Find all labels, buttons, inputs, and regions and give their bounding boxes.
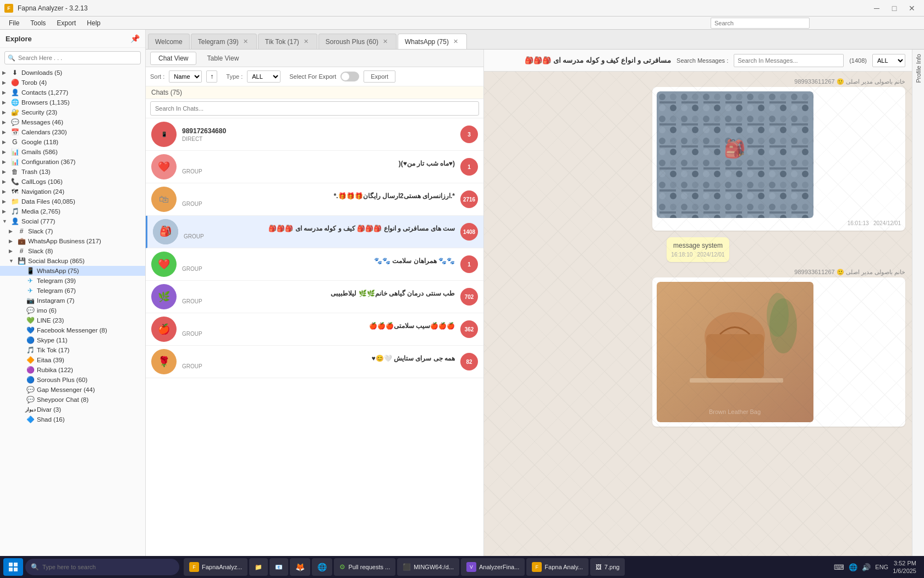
- sidebar-pin-icon[interactable]: 📌: [130, 34, 140, 43]
- sidebar-item-contacts[interactable]: ▶ 👤 Contacts (1,277): [0, 88, 145, 97]
- sidebar-item-instagram[interactable]: 📷 Instagram (7): [0, 296, 145, 306]
- taskbar-app-chrome[interactable]: 🌐: [312, 558, 332, 576]
- sidebar-item-soroush-plus[interactable]: 🔵 Soroush Plus (60): [0, 375, 145, 385]
- chat-item[interactable]: 🍎 🍎🍎🍎سیب سلامتی🍎🍎🍎 GROUP 362: [146, 313, 483, 346]
- taskbar-search[interactable]: 🔍: [25, 559, 179, 575]
- taskbar-app-image[interactable]: 🖼 7.png: [590, 558, 625, 576]
- sidebar-item-navigation[interactable]: ▶ 🗺 Navigation (24): [0, 187, 145, 197]
- sidebar-item-label: Contacts (1,277): [21, 89, 143, 96]
- sidebar-item-social-backup[interactable]: ▼ 💾 Social Backup (865): [0, 256, 145, 266]
- tab-whatsapp[interactable]: WhatsApp (75) ✕: [398, 34, 467, 49]
- taskbar-app-pull-requests[interactable]: ⚙ Pull requests ...: [334, 558, 395, 576]
- menu-export[interactable]: Export: [52, 18, 80, 28]
- sidebar-item-whatsapp[interactable]: 📱 WhatsApp (75): [0, 266, 145, 276]
- start-button[interactable]: [3, 558, 23, 576]
- sidebar-item-downloads[interactable]: ▶ ⬇ Downloads (5): [0, 68, 145, 78]
- sidebar-item-whatsapp-business[interactable]: ▶ 💼 WhatsApp Business (217): [0, 236, 145, 246]
- sort-direction-button[interactable]: ↑: [206, 70, 217, 83]
- menu-help[interactable]: Help: [82, 18, 105, 28]
- chevron-right-icon: ▶: [2, 139, 10, 145]
- sidebar-item-line[interactable]: 💚 LINE (23): [0, 315, 145, 325]
- sidebar-item-calendars[interactable]: ▶ 📅 Calendars (230): [0, 127, 145, 137]
- tab-soroush[interactable]: Soroush Plus (60) ✕: [318, 34, 397, 49]
- taskbar-app-label: Fapna Analy...: [544, 564, 583, 570]
- sidebar-item-imo[interactable]: 💬 imo (6): [0, 306, 145, 315]
- sidebar-item-gap-messenger[interactable]: 💬 Gap Messenger (44): [0, 385, 145, 395]
- sidebar-item-calllogs[interactable]: ▶ 📞 CallLogs (106): [0, 177, 145, 187]
- sidebar-item-configuration[interactable]: ▶ 📊 Configuration (367): [0, 157, 145, 167]
- chat-item[interactable]: 🎒 ست های مسافرتی و انواع 🎒🎒🎒 کیف و کوله …: [146, 216, 483, 248]
- message-filter-select[interactable]: ALL Media Links Docs: [872, 54, 905, 67]
- chat-avatar: 📱: [151, 122, 177, 147]
- chat-item[interactable]: 📱 989172634680 DIRECT 3: [146, 118, 483, 151]
- chat-item[interactable]: 🛍 *.ارزانسرای هستی2ارسال رایگان🎁🎁🎁.* GRO…: [146, 183, 483, 216]
- taskbar-app-analyzerfina[interactable]: V AnalyzerFina...: [461, 558, 525, 576]
- global-search-input[interactable]: [711, 18, 810, 29]
- tab-telegram[interactable]: Telegram (39) ✕: [191, 34, 257, 49]
- chat-item[interactable]: 🌹 همه جی سرای ستایش 🤍😊♥ GROUP 82: [146, 346, 483, 378]
- sidebar-item-tiktok[interactable]: 🎵 Tik Tok (17): [0, 345, 145, 355]
- chevron-right-icon: ▶: [2, 119, 10, 125]
- export-button[interactable]: Export: [364, 70, 395, 83]
- tab-welcome[interactable]: Welcome: [148, 34, 190, 49]
- tab-close-icon[interactable]: ✕: [382, 38, 389, 46]
- search-chats: [146, 99, 483, 118]
- taskbar-app-folder[interactable]: 📁: [249, 558, 268, 576]
- taskbar-app-mingw[interactable]: ⬛ MINGW64:/d...: [397, 558, 459, 576]
- search-messages-input[interactable]: [734, 54, 844, 67]
- sort-select[interactable]: Name Date Size: [169, 70, 202, 83]
- chat-item[interactable]: 🌿 طب سنتی درمان گیاهی خانم🌿🌿 لیلاطبیبی G…: [146, 281, 483, 313]
- message-bubble: Brown Leather Bag: [652, 277, 905, 427]
- profile-info-label[interactable]: Profile Info: [915, 54, 922, 83]
- sidebar-item-rubika[interactable]: 🟣 Rubika (122): [0, 365, 145, 375]
- tab-close-icon[interactable]: ✕: [242, 38, 250, 46]
- fapna-app-icon2: F: [532, 562, 542, 572]
- chevron-right-icon: ▶: [2, 189, 10, 194]
- tab-close-icon[interactable]: ✕: [302, 38, 310, 46]
- sidebar-item-gmails[interactable]: ▶ 📊 Gmails (586): [0, 147, 145, 157]
- taskbar-app-browser[interactable]: 🦊: [290, 558, 310, 576]
- menu-file[interactable]: File: [4, 18, 24, 28]
- taskbar-search-input[interactable]: [42, 564, 174, 570]
- chat-item[interactable]: ❤️ 🐾🐾 همراهان سلامت 🐾🐾 GROUP 1: [146, 248, 483, 281]
- maximize-button[interactable]: □: [887, 3, 902, 14]
- sidebar-item-datafiles[interactable]: ▶ 📁 Data Files (40,085): [0, 197, 145, 206]
- sidebar-item-google[interactable]: ▶ G Google (118): [0, 137, 145, 147]
- menu-tools[interactable]: Tools: [26, 18, 50, 28]
- type-select[interactable]: ALL Direct Group: [247, 70, 280, 83]
- chat-messages[interactable]: خانم باصولی مدیر اصلی 🙂 989933611267: [484, 72, 912, 578]
- sidebar-item-eitaa[interactable]: 🔶 Eitaa (39): [0, 355, 145, 365]
- slack-icon: #: [16, 247, 26, 255]
- minimize-button[interactable]: ─: [869, 3, 884, 14]
- sidebar-item-label: Torob (4): [21, 79, 143, 86]
- sidebar-item-sheypoor[interactable]: 💬 Sheypoor Chat (8): [0, 395, 145, 405]
- tab-close-icon[interactable]: ✕: [452, 38, 460, 46]
- sidebar-item-torob[interactable]: ▶ 🔴 Torob (4): [0, 78, 145, 88]
- sidebar-item-social[interactable]: ▼ 👤 Social (777): [0, 216, 145, 226]
- sidebar-search-input[interactable]: [4, 51, 141, 64]
- sidebar-item-telegram1[interactable]: ✈ Telegram (39): [0, 276, 145, 286]
- taskbar-app-fapna1[interactable]: F FapnaAnalyz...: [184, 558, 248, 576]
- sidebar-item-slack2[interactable]: ▶ # Slack (8): [0, 246, 145, 256]
- tab-table-view[interactable]: Table View: [199, 52, 247, 65]
- sidebar-item-media[interactable]: ▶ 🎵 Media (2,765): [0, 206, 145, 216]
- sidebar-item-telegram2[interactable]: ✈ Telegram (67): [0, 286, 145, 296]
- sidebar-item-facebook-messenger[interactable]: 💙 Facebook Messenger (8): [0, 325, 145, 335]
- sidebar-item-skype[interactable]: 🔵 Skype (11): [0, 335, 145, 345]
- sidebar-item-security[interactable]: ▶ 🔐 Security (23): [0, 107, 145, 117]
- sidebar-item-shad[interactable]: 🔷 Shad (16): [0, 415, 145, 424]
- taskbar-app-fapna2[interactable]: F Fapna Analy...: [526, 558, 588, 576]
- tab-chat-view[interactable]: Chat View: [150, 52, 196, 65]
- sidebar-item-slack1[interactable]: ▶ # Slack (7): [0, 226, 145, 236]
- close-button[interactable]: ✕: [904, 3, 920, 14]
- taskbar-app-email[interactable]: 📧: [270, 558, 288, 576]
- search-chats-input[interactable]: [150, 101, 479, 116]
- profile-sidebar[interactable]: Profile Info: [912, 50, 924, 578]
- sidebar-item-trash[interactable]: ▶ 🗑 Trash (13): [0, 167, 145, 177]
- chat-item[interactable]: ❤️ (♥ماه شب تار من♥)( GROUP 1: [146, 151, 483, 183]
- select-export-toggle[interactable]: [340, 72, 359, 81]
- sidebar-item-messages[interactable]: ▶ 💬 Messages (46): [0, 117, 145, 127]
- sidebar-item-divar[interactable]: دیوار Divar (3): [0, 405, 145, 415]
- tab-tiktok[interactable]: Tik Tok (17) ✕: [258, 34, 317, 49]
- sidebar-item-browsers[interactable]: ▶ 🌐 Browsers (1,135): [0, 97, 145, 107]
